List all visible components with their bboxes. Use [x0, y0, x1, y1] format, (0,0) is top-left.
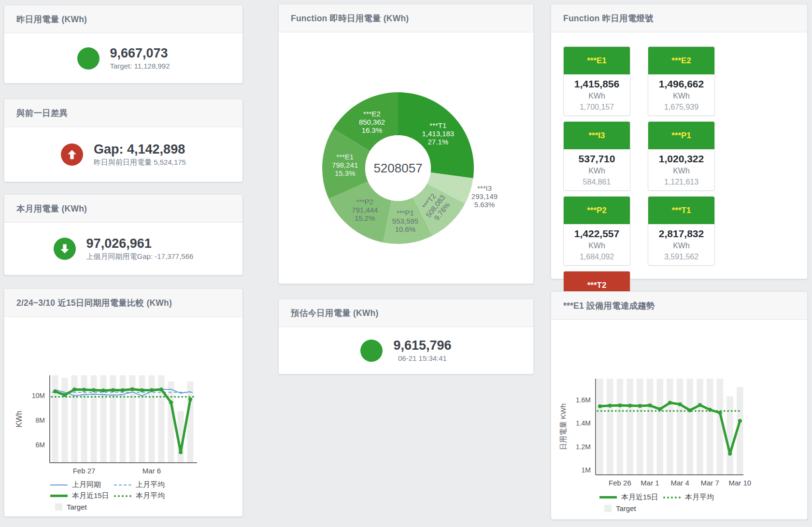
target-bar: [707, 379, 713, 475]
tile-value: 1,422,557: [564, 228, 630, 240]
legend-item[interactable]: 本月平均: [663, 493, 727, 502]
target-bar: [168, 382, 174, 463]
lamp-tile-p2[interactable]: ***P2 1,422,557 KWh 1,684,092: [563, 196, 630, 266]
data-point: [638, 404, 642, 408]
legend-row: 上月同期上月平均: [50, 479, 178, 490]
target-bar: [52, 375, 58, 463]
lamp-tile-p1[interactable]: ***P1 1,020,322 KWh 1,121,613: [648, 121, 715, 191]
svg-text:791,444: 791,444: [352, 206, 378, 214]
svg-text:5.63%: 5.63%: [474, 200, 495, 209]
legend-swatch-thick: [50, 495, 68, 497]
tile-unit: KWh: [648, 240, 714, 251]
svg-text:***P1: ***P1: [397, 209, 414, 217]
data-point: [188, 398, 192, 401]
lamp-tile-i3[interactable]: ***I3 537,710 KWh 584,861: [563, 121, 630, 191]
panel-header: 與前一日差異: [4, 99, 242, 127]
x-tick-label: Feb 26: [609, 479, 631, 487]
panel-title: Function 即時日用電量 (KWh): [291, 13, 409, 24]
function-usage-donut-chart[interactable]: ***T11,413,18327.1%***I3293,1495.63%***T…: [279, 32, 534, 285]
legend-label: Target: [616, 504, 636, 513]
data-point: [678, 402, 682, 406]
tile-body: 1,020,322 KWh 1,121,613: [648, 149, 714, 190]
svg-text:850,362: 850,362: [359, 118, 385, 126]
svg-text:***P2: ***P2: [356, 198, 373, 206]
tile-unit: KWh: [648, 90, 714, 101]
panel-title: 預估今日用電量 (KWh): [291, 307, 378, 319]
data-point: [728, 452, 732, 456]
y-tick-label: 1.6M: [576, 396, 591, 404]
x-tick-label: Feb 27: [73, 467, 96, 475]
tile-prev-value: 584,861: [564, 176, 630, 187]
data-point: [169, 400, 173, 404]
e1-trend-chart-legend: 本月近15日本月平均Target: [599, 492, 727, 514]
data-point: [159, 387, 163, 391]
data-point: [668, 401, 672, 405]
panel-header: Function 昨日用電燈號: [551, 4, 807, 32]
legend-item[interactable]: Target: [50, 503, 114, 511]
legend-row: Target: [50, 501, 178, 513]
e1-trend-line-chart[interactable]: 1M1.2M1.4M1.6MFeb 26Mar 1Mar 4Mar 7Mar 1…: [551, 320, 808, 492]
lamp-tile-t1[interactable]: ***T1 2,817,832 KWh 3,591,562: [648, 196, 715, 266]
tile-header: ***I3: [564, 122, 630, 149]
legend-row: 本月近15日本月平均: [50, 490, 178, 501]
target-bar: [656, 379, 663, 475]
lamp-tile-e2[interactable]: ***E2 1,496,662 KWh 1,675,939: [648, 46, 715, 116]
gap-previous-day-stat: Gap: 4,142,898 昨日與前日用電量 5,524,175: [4, 127, 242, 182]
target-bar: [647, 379, 654, 475]
data-point: [708, 408, 712, 412]
tile-prev-value: 3,591,562: [648, 251, 714, 262]
target-bar: [687, 379, 694, 475]
legend-item[interactable]: 本月平均: [114, 491, 178, 500]
target-bar: [677, 379, 684, 475]
legend-swatch-dotted: [114, 495, 131, 497]
compare-line-chart[interactable]: 6M8M10MFeb 27Mar 6KWh: [4, 317, 243, 480]
y-tick-label: 1.2M: [576, 443, 591, 451]
tile-value: 1,020,322: [648, 153, 714, 165]
data-point: [111, 388, 115, 392]
tile-header: ***P1: [648, 122, 714, 149]
tile-header: ***P2: [564, 197, 630, 224]
target-bar: [597, 379, 603, 475]
dashboard: 昨日用電量 (KWh) 9,667,073 Target: 11,128,992…: [0, 0, 812, 527]
legend-row: 本月近15日本月平均: [599, 492, 727, 503]
legend-item[interactable]: 上月平均: [114, 480, 178, 489]
lamp-tile-e1[interactable]: ***E1 1,415,856 KWh 1,700,157: [563, 46, 630, 116]
data-point: [648, 403, 652, 407]
svg-text:15.2%: 15.2%: [355, 214, 375, 222]
target-bar: [697, 379, 703, 475]
svg-text:16.3%: 16.3%: [362, 126, 383, 134]
tile-body: 537,710 KWh 584,861: [564, 149, 630, 190]
legend-item[interactable]: Target: [599, 504, 663, 513]
legend-item[interactable]: 本月近15日: [599, 493, 663, 502]
x-tick-label: Mar 6: [142, 467, 161, 475]
legend-item[interactable]: 上月同期: [50, 480, 114, 489]
panel-header: ***E1 設備用電達成趨勢: [551, 292, 807, 320]
gap-previous-day-sub: 昨日與前日用電量 5,524,175: [94, 157, 186, 168]
panel-estimate-today: 預估今日用電量 (KWh) 9,615,796 06-21 15:34:41: [278, 299, 534, 374]
tile-value: 1,496,662: [648, 78, 714, 90]
tile-id: ***T2: [587, 281, 607, 290]
tile-value: 1,415,856: [564, 78, 630, 90]
tile-header: ***T1: [648, 197, 714, 224]
panel-title: 本月用電量 (KWh): [16, 203, 87, 214]
tile-id: ***P2: [587, 206, 607, 215]
data-point: [738, 419, 742, 423]
y-axis-label: 日用電量 KWh: [559, 403, 567, 450]
data-point: [140, 388, 144, 392]
tile-prev-value: 1,121,613: [648, 176, 714, 187]
donut-chart-area: ***T11,413,18327.1%***I3293,1495.63%***T…: [279, 32, 533, 284]
data-point: [608, 404, 612, 408]
yesterday-usage-target: Target: 11,128,992: [110, 61, 170, 71]
svg-text:***I3: ***I3: [477, 184, 492, 192]
legend-label: 上月平均: [136, 480, 165, 489]
legend-label: 本月平均: [136, 491, 165, 500]
target-bar: [627, 379, 633, 475]
y-tick-label: 10M: [32, 392, 45, 399]
legend-item[interactable]: 本月近15日: [50, 491, 114, 500]
data-point: [150, 388, 154, 392]
yesterday-usage-stat: 9,667,073 Target: 11,128,992: [4, 33, 242, 83]
legend-swatch-dotted: [663, 497, 681, 499]
svg-text:1,413,183: 1,413,183: [422, 129, 454, 138]
month-usage-stat: 97,026,961 上個月同期用電Gap: -17,377,566: [4, 223, 242, 275]
target-bar: [617, 379, 624, 475]
